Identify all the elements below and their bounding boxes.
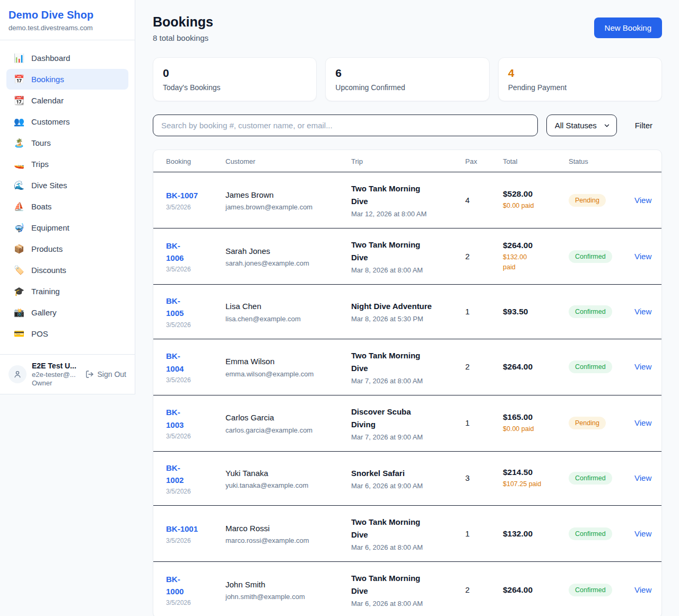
action-cell: View [634, 339, 661, 395]
customer-cell: Marco Rossi marco.rossi@example.com [225, 506, 351, 562]
sidebar-item-discounts[interactable]: 🏷️Discounts [6, 260, 128, 280]
view-link[interactable]: View [634, 529, 651, 538]
page-title-block: Bookings 8 total bookings [153, 14, 213, 42]
table-row: BK-1007 3/5/2026 James Brown james.brown… [153, 172, 661, 228]
sidebar-item-label: Discounts [31, 266, 66, 275]
booking-id-link[interactable]: BK- 1003 [166, 406, 184, 431]
view-link[interactable]: View [634, 418, 651, 427]
status-cell: Confirmed [569, 228, 634, 285]
sidebar-item-training[interactable]: 🎓Training [6, 281, 128, 302]
column-header-status: Status [569, 150, 634, 172]
sidebar-item-products[interactable]: 📦Products [6, 239, 128, 259]
customer-email: emma.wilson@example.com [225, 370, 343, 378]
sidebar-item-calendar[interactable]: 📆Calendar [6, 90, 128, 111]
trip-name: Two Tank Morning Dive [351, 516, 457, 541]
boats-sailboat-icon: ⛵ [14, 201, 24, 212]
column-header-total: Total [503, 150, 569, 172]
dive-sites-wave-icon: 🌊 [14, 180, 24, 190]
sidebar-item-gallery[interactable]: 📸Gallery [6, 302, 128, 323]
trip-datetime: Mar 12, 2026 at 8:00 AM [351, 210, 457, 218]
stat-card-today-s-bookings: 0Today's Bookings [153, 57, 317, 101]
sidebar-nav: 📊Dashboard📅Bookings📆Calendar👥Customers🏝️… [0, 40, 135, 354]
view-link[interactable]: View [634, 473, 651, 482]
action-cell: View [634, 506, 661, 562]
pax-cell: 2 [465, 562, 503, 616]
pos-card-icon: 💳 [14, 329, 24, 339]
booking-date: 3/5/2026 [166, 488, 217, 495]
discounts-tag-icon: 🏷️ [14, 265, 24, 275]
pax-count: 1 [465, 307, 469, 316]
view-link[interactable]: View [634, 362, 651, 371]
filter-controls: All Statuses Filter [153, 115, 662, 136]
paid-amount: $0.00 paid [503, 424, 560, 434]
sidebar-item-pos[interactable]: 💳POS [6, 323, 128, 344]
user-role: Owner [32, 379, 76, 387]
bookings-table: BookingCustomerTripPaxTotalStatus BK-100… [153, 150, 661, 616]
trip-name: Discover Scuba Diving [351, 406, 457, 431]
sidebar-item-label: Equipment [31, 223, 69, 232]
table-row: BK-1001 3/5/2026 Marco Rossi marco.rossi… [153, 506, 661, 562]
status-cell: Confirmed [569, 339, 634, 395]
sidebar-item-label: Products [31, 244, 63, 253]
view-link[interactable]: View [634, 252, 651, 261]
user-name: E2E Test U... [32, 362, 76, 370]
view-link[interactable]: View [634, 585, 651, 594]
pax-cell: 1 [465, 285, 503, 339]
status-filter-select[interactable]: All Statuses [546, 115, 617, 136]
sidebar-item-customers[interactable]: 👥Customers [6, 111, 128, 132]
trip-cell: Two Tank Morning Dive Mar 8, 2026 at 8:0… [351, 228, 465, 285]
booking-date: 3/5/2026 [166, 204, 217, 211]
booking-id-link[interactable]: BK-1007 [166, 189, 198, 201]
booking-id-link[interactable]: BK- 1005 [166, 295, 184, 320]
customer-cell: Carlos Garcia carlos.garcia@example.com [225, 395, 351, 451]
sidebar-item-equipment[interactable]: 🤿Equipment [6, 217, 128, 238]
filter-button[interactable]: Filter [625, 121, 662, 130]
booking-id-link[interactable]: BK- 1000 [166, 573, 184, 598]
booking-id-link[interactable]: BK-1001 [166, 523, 198, 535]
search-input[interactable] [153, 115, 538, 136]
pax-cell: 2 [465, 228, 503, 285]
customer-email: marco.rossi@example.com [225, 536, 343, 544]
sidebar-item-dashboard[interactable]: 📊Dashboard [6, 48, 128, 68]
customer-cell: Emma Wilson emma.wilson@example.com [225, 339, 351, 395]
booking-id-link[interactable]: BK- 1002 [166, 462, 184, 487]
view-link[interactable]: View [634, 307, 651, 316]
sidebar-item-bookings[interactable]: 📅Bookings [6, 69, 128, 90]
sidebar-item-dive-sites[interactable]: 🌊Dive Sites [6, 175, 128, 196]
status-badge: Confirmed [569, 472, 612, 485]
pax-count: 2 [465, 252, 469, 261]
sign-out-button[interactable]: Sign Out [85, 370, 126, 379]
sidebar-item-trips[interactable]: 🚤Trips [6, 154, 128, 174]
trip-datetime: Mar 6, 2026 at 8:00 AM [351, 600, 457, 608]
paid-amount: $0.00 paid [503, 201, 560, 210]
customer-cell: Yuki Tanaka yuki.tanaka@example.com [225, 451, 351, 506]
booking-date: 3/5/2026 [166, 599, 217, 606]
pax-count: 1 [465, 529, 469, 538]
table-row: BK- 1002 3/5/2026 Yuki Tanaka yuki.tanak… [153, 451, 661, 506]
action-cell: View [634, 285, 661, 339]
customer-cell: John Smith john.smith@example.com [225, 562, 351, 616]
new-booking-button[interactable]: New Booking [594, 17, 662, 38]
customer-cell: James Brown james.brown@example.com [225, 172, 351, 228]
pax-count: 3 [465, 473, 469, 482]
sidebar-item-tours[interactable]: 🏝️Tours [6, 133, 128, 153]
booking-id-link[interactable]: BK- 1004 [166, 350, 184, 375]
sidebar-item-label: Tours [31, 138, 51, 147]
user-email: e2e-tester@... [32, 371, 76, 379]
booking-id-link[interactable]: BK- 1006 [166, 240, 184, 265]
view-link[interactable]: View [634, 196, 651, 205]
status-cell: Pending [569, 395, 634, 451]
status-select-wrap: All Statuses [546, 115, 617, 136]
pax-count: 2 [465, 362, 469, 371]
customer-name: Yuki Tanaka [225, 468, 343, 480]
status-badge: Confirmed [569, 527, 612, 540]
sidebar-item-label: Dashboard [31, 54, 70, 63]
total-amount: $165.00 [503, 412, 560, 422]
tours-island-icon: 🏝️ [14, 138, 24, 148]
brand-domain: demo.test.divestreams.com [8, 24, 126, 32]
customer-email: sarah.jones@example.com [225, 259, 343, 267]
status-badge: Pending [569, 417, 606, 429]
booking-cell: BK- 1000 3/5/2026 [153, 562, 225, 616]
booking-date: 3/5/2026 [166, 376, 217, 384]
sidebar-item-boats[interactable]: ⛵Boats [6, 196, 128, 217]
